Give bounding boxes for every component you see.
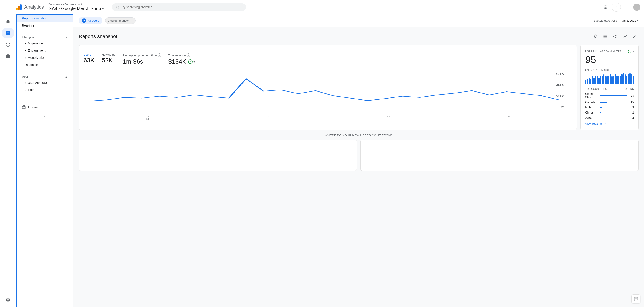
all-users-badge-letter: A bbox=[82, 18, 86, 23]
date-range-selector[interactable]: Last 28 days Jul 7 – Aug 3, 2023 ▾ bbox=[594, 19, 639, 22]
mini-bar-item bbox=[633, 75, 634, 84]
account-selector[interactable]: GA4 - Google Merch Shop ▾ bbox=[48, 6, 104, 11]
country-count: 5 bbox=[628, 106, 634, 109]
mini-bar-item bbox=[624, 74, 626, 84]
sidebar-item-monetization[interactable]: ▶ Monetization bbox=[16, 54, 73, 61]
engagement-label: Average engagement time ⓘ bbox=[122, 53, 161, 58]
country-name: China bbox=[585, 111, 598, 114]
top-header: ← Analytics Demoverse › Demo Account GA4… bbox=[0, 0, 644, 14]
edit-button[interactable] bbox=[630, 32, 639, 40]
countries-list: United States 63 Canada 15 India 5 China… bbox=[585, 92, 634, 119]
sidebar-item-reports-snapshot[interactable]: Reports snapshot bbox=[16, 15, 73, 22]
svg-point-16 bbox=[626, 8, 627, 9]
rail-advertising[interactable] bbox=[2, 51, 14, 62]
mini-bar-item bbox=[618, 76, 619, 84]
more-options-button[interactable] bbox=[622, 3, 632, 12]
users-value: 63K bbox=[84, 57, 94, 64]
rail-settings[interactable] bbox=[2, 295, 14, 305]
revenue-dropdown-icon[interactable]: ▾ bbox=[194, 60, 195, 63]
country-count: 63 bbox=[628, 94, 634, 97]
sidebar-item-engagement[interactable]: ▶ Engagement bbox=[16, 47, 73, 54]
compare-button[interactable] bbox=[621, 32, 629, 40]
mini-bar-item bbox=[620, 75, 621, 84]
mini-bar-item bbox=[588, 77, 590, 84]
metric-new-users: New users 52K bbox=[102, 53, 116, 65]
metrics-row: Users 63K New users 52K Average engageme… bbox=[84, 53, 572, 65]
view-realtime-link[interactable]: View realtime → bbox=[585, 122, 634, 125]
chart-x-label-23: 23 bbox=[387, 115, 390, 120]
breadcrumb: Demoverse › Demo Account bbox=[48, 3, 104, 6]
share-button[interactable] bbox=[611, 32, 619, 40]
avatar[interactable] bbox=[633, 3, 640, 11]
realtime-dropdown-icon[interactable]: ▾ bbox=[632, 50, 634, 53]
mini-bar-item bbox=[585, 80, 586, 84]
country-bar bbox=[600, 95, 627, 96]
analytics-logo bbox=[15, 3, 22, 11]
country-row: Japan 2 bbox=[585, 116, 634, 119]
sidebar-section-lifecycle[interactable]: Life cycle ▲ bbox=[16, 33, 73, 40]
engagement-info-icon[interactable]: ⓘ bbox=[158, 53, 161, 58]
sidebar-item-realtime[interactable]: Realtime bbox=[16, 22, 73, 29]
svg-point-13 bbox=[606, 8, 607, 9]
all-users-badge[interactable]: A All Users bbox=[79, 17, 102, 24]
new-users-value: 52K bbox=[102, 57, 116, 64]
header-actions: ? bbox=[601, 3, 640, 12]
rail-explore[interactable] bbox=[2, 39, 14, 50]
bottom-section: WHERE DO YOUR NEW USERS COME FROM? bbox=[79, 134, 639, 171]
mini-bar-item bbox=[594, 77, 594, 84]
main-layout: Reports snapshot Realtime Life cycle ▲ ▶… bbox=[0, 14, 644, 307]
mini-bar-item bbox=[603, 74, 604, 84]
mini-bar-item bbox=[608, 75, 609, 84]
sidebar-item-library[interactable]: Library bbox=[16, 103, 73, 112]
country-count: 2 bbox=[628, 116, 634, 119]
new-users-card-2 bbox=[360, 140, 639, 171]
sidebar-item-tech[interactable]: ▶ Tech bbox=[16, 86, 73, 93]
rail-reports[interactable] bbox=[2, 28, 14, 38]
new-users-label: New users bbox=[102, 53, 116, 56]
back-button[interactable]: ← bbox=[4, 3, 12, 12]
tech-expand-icon: ▶ bbox=[24, 89, 26, 91]
search-icon bbox=[116, 5, 119, 9]
customize-button[interactable] bbox=[601, 32, 609, 40]
sidebar-item-user-attributes[interactable]: ▶ User Attributes bbox=[16, 79, 73, 86]
tab-indicator bbox=[84, 50, 97, 50]
svg-rect-26 bbox=[636, 299, 636, 299]
apps-button[interactable] bbox=[601, 3, 610, 12]
rail-home[interactable] bbox=[2, 16, 14, 27]
reports-actions bbox=[591, 32, 639, 40]
user-chevron: ▲ bbox=[65, 75, 68, 78]
search-input[interactable] bbox=[121, 5, 242, 9]
svg-point-7 bbox=[606, 5, 607, 6]
svg-point-8 bbox=[604, 7, 605, 7]
svg-rect-27 bbox=[636, 299, 637, 299]
engagement-value: 1m 36s bbox=[122, 58, 161, 65]
realtime-card: USERS IN LAST 30 MINUTES ✓ ▾ 95 USERS PE… bbox=[580, 45, 639, 130]
sidebar-divider-2 bbox=[16, 70, 73, 70]
country-name: Japan bbox=[585, 116, 598, 119]
svg-point-15 bbox=[626, 7, 627, 7]
monetization-expand-icon: ▶ bbox=[24, 56, 26, 59]
mini-bar-item bbox=[600, 75, 601, 84]
sidebar-section-user[interactable]: User ▲ bbox=[16, 72, 73, 79]
sidebar-collapse-button[interactable]: ‹ bbox=[16, 112, 73, 120]
search-input-wrap[interactable] bbox=[112, 3, 246, 11]
country-bar-wrap bbox=[600, 112, 627, 113]
svg-point-14 bbox=[626, 5, 627, 6]
sidebar-item-acquisition[interactable]: ▶ Acquisition bbox=[16, 40, 73, 47]
sidebar-item-retention[interactable]: Retention bbox=[16, 61, 73, 68]
svg-point-6 bbox=[605, 5, 606, 6]
mini-bar-item bbox=[630, 73, 630, 84]
revenue-info-icon[interactable]: ⓘ bbox=[187, 53, 190, 58]
feedback-button[interactable] bbox=[632, 295, 640, 304]
country-bar-wrap bbox=[600, 117, 627, 118]
chart-x-label-16: 16 bbox=[266, 115, 269, 120]
content-top-bar: A All Users Add comparison + Last 28 day… bbox=[73, 14, 644, 27]
add-comparison-button[interactable]: Add comparison + bbox=[105, 17, 136, 24]
mini-bar-item bbox=[595, 75, 596, 84]
svg-text:0: 0 bbox=[560, 106, 564, 109]
help-button[interactable]: ? bbox=[612, 3, 621, 12]
insights-button[interactable] bbox=[591, 32, 599, 40]
per-minute-label: USERS PER MINUTE bbox=[585, 69, 634, 71]
chart-x-label-30: 30 bbox=[507, 115, 510, 120]
new-users-card-1 bbox=[79, 140, 357, 171]
